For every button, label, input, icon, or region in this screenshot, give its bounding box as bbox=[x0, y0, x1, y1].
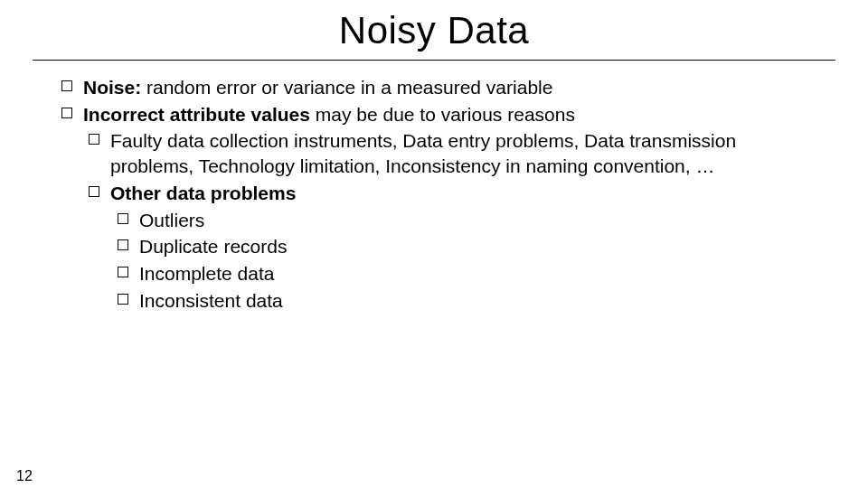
list-item-text: Outliers bbox=[139, 208, 814, 233]
bullet-icon bbox=[118, 213, 128, 224]
list-item-text: Faulty data collection instruments, Data… bbox=[110, 128, 814, 178]
bullet-icon bbox=[118, 239, 128, 250]
list-item-text: Incomplete data bbox=[139, 261, 814, 286]
list-item: Outliers bbox=[118, 208, 814, 233]
title-divider bbox=[33, 60, 835, 61]
text-run: random error or variance in a measured v… bbox=[141, 77, 552, 98]
list-item: Incorrect attribute values may be due to… bbox=[61, 102, 814, 127]
page-number: 12 bbox=[16, 468, 33, 484]
bullet-icon bbox=[118, 267, 128, 277]
list-item-text: Noise: random error or variance in a mea… bbox=[83, 75, 814, 100]
list-item: Faulty data collection instruments, Data… bbox=[89, 128, 814, 178]
bullet-icon bbox=[89, 186, 99, 197]
slide-title: Noisy Data bbox=[0, 9, 868, 52]
slide-content: Noise: random error or variance in a mea… bbox=[61, 75, 814, 313]
list-item-text: Inconsistent data bbox=[139, 288, 814, 314]
list-item-text: Other data problems bbox=[110, 181, 814, 206]
list-item: Incomplete data bbox=[118, 261, 814, 286]
emphasis: Noise: bbox=[83, 77, 141, 98]
bullet-icon bbox=[61, 80, 72, 91]
bullet-icon bbox=[118, 294, 128, 305]
list-item: Noise: random error or variance in a mea… bbox=[61, 75, 814, 100]
list-item: Duplicate records bbox=[118, 234, 814, 259]
list-item: Other data problems bbox=[89, 181, 814, 206]
text-run: may be due to various reasons bbox=[310, 104, 575, 125]
list-item-text: Incorrect attribute values may be due to… bbox=[83, 102, 814, 127]
list-item: Inconsistent data bbox=[118, 288, 814, 314]
emphasis: Other data problems bbox=[110, 183, 296, 203]
bullet-icon bbox=[89, 134, 99, 145]
list-item-text: Duplicate records bbox=[139, 234, 814, 259]
bullet-icon bbox=[61, 108, 72, 118]
emphasis: Incorrect attribute values bbox=[83, 104, 310, 125]
slide: Noisy Data Noise: random error or varian… bbox=[0, 9, 868, 488]
